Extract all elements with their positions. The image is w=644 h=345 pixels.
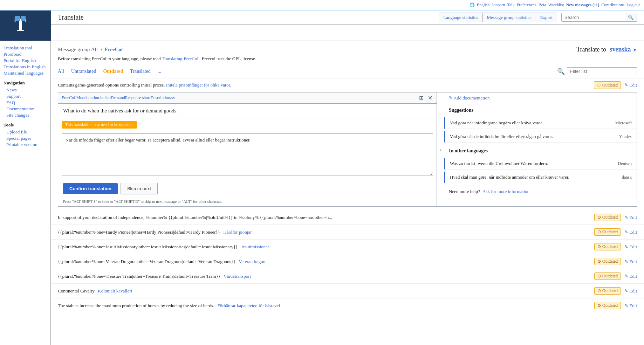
edit-link[interactable]: ✎ Edit (624, 303, 637, 309)
editor-buttons: Confirm translation Skip to next (58, 179, 437, 198)
expand-button[interactable]: ⊞ (418, 95, 424, 101)
user-link-wrapper: Jopparn (492, 2, 505, 8)
table-row: {{plural:%number%|one=Treasure Train|oth… (51, 269, 644, 284)
top-bar: 🌐 English Jopparn Talk Preferences Beta … (0, 0, 644, 11)
edit-link[interactable]: ✎ Edit (624, 274, 637, 279)
translation-input-wrapper: När de infödda frågar efter eller begär … (58, 131, 437, 179)
row-message-text: {{plural:%number%|one=Veteran Dragoon|ot… (58, 259, 591, 264)
sidebar-item-translation-tool[interactable]: Translation tool (4, 45, 47, 51)
other-lang-item-2: Hvad skal man gøre, når indfødte anmoder… (444, 172, 637, 183)
sidebar-item-portal-english[interactable]: Portal for English (4, 58, 47, 63)
outdated-badge: ⊙ Outdated (594, 272, 621, 280)
new-messages-link[interactable]: New messages (11) (566, 2, 600, 8)
sidebar-item-printable-version[interactable]: Printable version (6, 142, 37, 147)
row-message-text: {{plural:%number%|one=Jesuit Missionary|… (58, 244, 591, 250)
confirm-translation-button[interactable]: Confirm translation (63, 183, 118, 194)
outdated-label: Outdated (602, 303, 618, 308)
clock-icon: ⊙ (597, 259, 601, 264)
logout-link[interactable]: Log out (626, 2, 640, 8)
row-message-text: The stables increase the maximum product… (58, 303, 591, 309)
suggestion-item-2: Vad göra när de infödda be för eller eft… (444, 131, 637, 143)
filter-tab-untranslated[interactable]: Untranslated (68, 68, 100, 75)
active-row-edit-link[interactable]: ✎ Edit (624, 82, 637, 88)
edit-link[interactable]: ✎ Edit (624, 244, 637, 250)
clock-icon: ⊙ (597, 244, 601, 249)
outdated-warning-label: This translation may need to be updated. (62, 121, 137, 129)
sidebar-item-upload-file[interactable]: Upload file (6, 129, 27, 134)
translate-to-language[interactable]: svenska (610, 46, 631, 53)
outdated-label: Outdated (602, 259, 618, 264)
suggestion-text-2: Vad göra när de infödda be för eller eft… (450, 134, 616, 139)
contributions-link[interactable]: Contributions (601, 2, 624, 8)
active-row-msg-text: Contains game-generated options controll… (58, 82, 590, 88)
description-suffix: . Freecol uses the GPL-license. (199, 56, 256, 61)
edit-link[interactable]: ✎ Edit (624, 215, 637, 220)
sidebar-item-faq[interactable]: FAQ (6, 100, 15, 105)
filter-input[interactable] (567, 67, 637, 75)
editor-title: FreeCol:Model.option.indianDemandRespons… (62, 95, 175, 101)
edit-link[interactable]: ✎ Edit (624, 288, 637, 294)
other-lang-item-1: Was zu tun ist, wenn die Ureinwohner War… (444, 158, 637, 170)
language-link[interactable]: English (477, 2, 490, 8)
talk-link[interactable]: Talk (507, 2, 515, 8)
editor-header: FreeCol:Model.option.indianDemandRespons… (58, 92, 437, 104)
sidebar-item-support[interactable]: Support (6, 94, 21, 99)
outdated-label: Outdated (602, 288, 618, 294)
edit-link[interactable]: ✎ Edit (624, 229, 637, 235)
sidebar-item-maintained-languages[interactable]: Maintained languages (4, 70, 47, 76)
translating-freecol-link[interactable]: Translating:FreeCol (162, 56, 198, 61)
outdated-badge: ⊙ Outdated (594, 258, 621, 265)
search-input[interactable] (562, 13, 625, 21)
ask-more-info-link[interactable]: Ask for more information (482, 189, 529, 194)
row-message-text: {{plural:%number%|one=Hardy Pioneer|othe… (58, 229, 591, 235)
tab-message-group-statistics[interactable]: Message group statistics (483, 13, 536, 22)
suggestion-item-1: Vad göra när infödingarna begära eller k… (444, 117, 637, 129)
add-doc-link[interactable]: ✎ Add documentation (449, 95, 489, 101)
tab-language-statistics[interactable]: Language statistics (439, 13, 482, 22)
user-link[interactable]: Jopparn (492, 2, 505, 7)
need-help: Need more help? Ask for more information (444, 185, 637, 198)
sidebar-item-news[interactable]: News (6, 87, 17, 92)
tab-export[interactable]: Export (536, 13, 557, 22)
table-row: {{plural:%number%|one=Veteran Dragoon|ot… (51, 254, 644, 269)
chevron-down-icon: ▼ (632, 47, 637, 53)
outdated-badge: ⊙ Outdated (594, 214, 621, 221)
clock-icon: ⊙ (597, 215, 601, 220)
sidebar-item-special-pages[interactable]: Special pages (6, 136, 31, 141)
need-help-text: Need more help? (449, 189, 480, 194)
sidebar-item-documentation[interactable]: Documentation (6, 106, 34, 111)
search-button[interactable]: 🔍 (625, 13, 637, 21)
table-row: Continental Cavalry Kolonialt kavalleri … (51, 284, 644, 298)
suggestion-text-1: Vad göra när infödingarna begära eller k… (450, 120, 612, 126)
skip-to-next-button[interactable]: Skip to next (121, 183, 158, 194)
clock-icon: ⊙ (597, 274, 601, 279)
preferences-link[interactable]: Preferences (517, 2, 536, 8)
description-bar: Before translating FreeCol to your langu… (51, 56, 644, 64)
site-logo: T (12, 13, 40, 38)
close-button[interactable]: ✕ (427, 95, 433, 101)
filter-tab-more[interactable]: ... (154, 68, 165, 75)
sidebar-item-proofread[interactable]: Proofread (4, 51, 47, 57)
add-documentation-link: ✎ Add documentation (444, 92, 637, 104)
sidebar-item-translations-english[interactable]: Translations in English (4, 64, 47, 70)
breadcrumb-group[interactable]: FreeCol (105, 47, 123, 52)
watchlist-link[interactable]: Watchlist (548, 2, 564, 8)
edit-link[interactable]: ✎ Edit (624, 259, 637, 264)
other-lang-name-2: dansk (622, 175, 632, 180)
filter-tab-all[interactable]: All (58, 68, 68, 75)
editor-right: ✎ Add documentation Suggestions Vad göra… (444, 92, 637, 206)
sidebar-item-site-changes[interactable]: Site changes (6, 112, 29, 118)
table-row: {{plural:%number%|one=Hardy Pioneer|othe… (51, 225, 644, 240)
lang-icon: 🌐 (470, 2, 475, 8)
breadcrumb-all[interactable]: All (91, 47, 98, 52)
filter-tab-outdated[interactable]: Outdated (100, 68, 126, 75)
header-search: 🔍 (561, 13, 637, 22)
svg-rect-3 (21, 16, 26, 21)
other-lang-name-1: Deutsch (618, 161, 632, 166)
top-nav: T Translate Language statistics Message … (0, 11, 644, 41)
panel-arrow[interactable]: ‹ (437, 92, 444, 206)
clock-icon: ⊙ (597, 303, 601, 308)
translation-textarea[interactable]: När de infödda frågar efter eller begär … (62, 133, 433, 175)
beta-link[interactable]: Beta (539, 2, 546, 8)
filter-tab-translated[interactable]: Translated (126, 68, 154, 75)
